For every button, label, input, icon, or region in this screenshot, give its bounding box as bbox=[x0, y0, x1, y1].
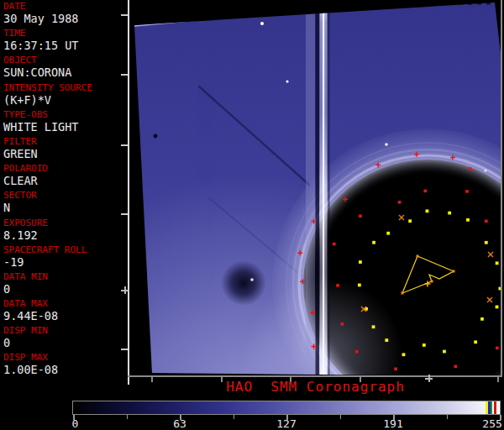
metadata-label: DISP MAX bbox=[3, 353, 126, 362]
image-title: HAO SMM Coronagraph bbox=[129, 380, 502, 395]
metadata-value: 16:37:15 UT bbox=[3, 39, 126, 51]
colorbar-minor-tick bbox=[127, 415, 129, 419]
metadata-value: 1.00E-08 bbox=[3, 364, 126, 375]
marker-dot bbox=[423, 343, 426, 347]
marker-dot bbox=[485, 219, 488, 223]
dark-speck bbox=[154, 134, 158, 139]
marker-dot bbox=[336, 284, 339, 287]
metadata-value: CLEAR bbox=[3, 175, 126, 186]
polygon-vertex-dot bbox=[431, 281, 433, 283]
metadata-label: DATA MIN bbox=[3, 272, 126, 281]
right-axis bbox=[501, 0, 502, 376]
marker-dot bbox=[333, 243, 336, 246]
polygon-vertex-dot bbox=[453, 270, 455, 273]
metadata-value: 30 May 1988 bbox=[3, 13, 126, 24]
bottom-axis bbox=[128, 375, 502, 377]
left-axis bbox=[128, 0, 129, 385]
axis-tick bbox=[121, 349, 128, 350]
polygon-vertex-dot bbox=[402, 292, 404, 295]
metadata-label: DATE bbox=[3, 2, 126, 11]
marker-dot bbox=[372, 325, 375, 328]
colorbar-tick-label: 0 bbox=[71, 418, 78, 429]
metadata-item: DATA MIN0 bbox=[0, 272, 126, 299]
metadata-item: TIME16:37:15 UT bbox=[0, 29, 126, 55]
marker-dot bbox=[443, 350, 446, 354]
marker-dot bbox=[359, 214, 362, 218]
colorbar-tick-label: 63 bbox=[173, 418, 186, 429]
metadata-item: POLAROIDCLEAR bbox=[0, 164, 126, 191]
metadata-value: 0 bbox=[3, 337, 126, 349]
metadata-value: GREEN bbox=[3, 148, 126, 160]
axis-tick bbox=[121, 213, 128, 215]
metadata-item: INTENSITY SOURCE(K+F)*V bbox=[0, 83, 126, 110]
metadata-label: SPACECRAFT ROLL bbox=[3, 245, 126, 254]
metadata-item: SPACECRAFT ROLL-19 bbox=[0, 245, 126, 272]
metadata-label: DISP MIN bbox=[3, 326, 126, 335]
metadata-label: EXPOSURE bbox=[3, 218, 126, 228]
metadata-item: FILTERGREEN bbox=[0, 137, 126, 164]
marker-dot bbox=[480, 317, 484, 321]
metadata-item: DISP MIN0 bbox=[0, 326, 126, 353]
marker-dot bbox=[426, 209, 429, 212]
metadata-value: N bbox=[3, 202, 126, 213]
marker-dot bbox=[485, 241, 488, 244]
white-speck bbox=[260, 22, 264, 25]
marker-dot bbox=[340, 322, 344, 326]
metadata-label: TYPE-OBS bbox=[3, 110, 126, 119]
metadata-label: TIME bbox=[3, 29, 126, 38]
metadata-value: (K+F)*V bbox=[3, 94, 126, 106]
metadata-value: 9.44E-08 bbox=[3, 310, 126, 322]
metadata-value: 8.192 bbox=[3, 229, 126, 241]
metadata-value: 0 bbox=[3, 283, 126, 295]
marker-dot bbox=[355, 350, 359, 354]
metadata-label: OBJECT bbox=[3, 55, 126, 65]
metadata-item: DATE30 May 1988 bbox=[0, 2, 126, 29]
colorbar-minor-tick bbox=[447, 415, 449, 419]
overflow-stripe bbox=[494, 401, 496, 414]
marker-dot bbox=[474, 340, 477, 343]
metadata-panel: DATE30 May 1988TIME16:37:15 UTOBJECTSUN:… bbox=[0, 2, 126, 380]
marker-dot bbox=[398, 201, 402, 204]
marker-dot bbox=[469, 167, 472, 170]
marker-dot bbox=[372, 241, 375, 244]
coronagraph-image[interactable] bbox=[129, 0, 502, 376]
marker-dot bbox=[402, 353, 406, 356]
metadata-item: DATA MAX9.44E-08 bbox=[0, 299, 126, 326]
metadata-label: DATA MAX bbox=[3, 299, 126, 308]
marker-dot bbox=[448, 212, 451, 215]
dark-blob bbox=[221, 260, 266, 306]
metadata-item: TYPE-OBSWHITE LIGHT bbox=[0, 110, 126, 137]
blob-speck bbox=[250, 278, 254, 281]
marker-dot bbox=[386, 232, 390, 235]
metadata-value: SUN:CORONA bbox=[3, 66, 126, 78]
colorbar-tick-label: 255 bbox=[482, 418, 501, 429]
colorbar-minor-tick bbox=[340, 415, 342, 419]
metadata-item: SECTORN bbox=[0, 191, 126, 218]
white-speck bbox=[286, 80, 288, 82]
marker-dot bbox=[496, 261, 499, 265]
metadata-label: FILTER bbox=[3, 137, 126, 146]
marker-dot bbox=[466, 218, 470, 222]
metadata-value: -19 bbox=[3, 256, 126, 268]
marker-dot bbox=[465, 190, 469, 193]
marker-dot bbox=[358, 284, 361, 287]
colorbar: 063127191255 bbox=[72, 401, 501, 415]
metadata-item: OBJECTSUN:CORONA bbox=[0, 55, 126, 82]
marker-dot bbox=[496, 347, 499, 350]
marker-dot bbox=[385, 338, 388, 342]
metadata-label: INTENSITY SOURCE bbox=[3, 83, 126, 92]
colorbar-tick-label: 191 bbox=[383, 418, 402, 429]
sun-center-axis-marker bbox=[121, 286, 129, 294]
axis-tick bbox=[121, 74, 128, 76]
metadata-label: POLAROID bbox=[3, 164, 126, 173]
metadata-label: SECTOR bbox=[3, 191, 126, 200]
metadata-item: DISP MAX1.00E-08 bbox=[0, 353, 126, 380]
axis-tick bbox=[121, 144, 128, 146]
colorbar-minor-tick bbox=[234, 415, 235, 419]
marker-dot bbox=[454, 364, 457, 368]
metadata-item: EXPOSURE8.192 bbox=[0, 218, 126, 245]
polygon-vertex-dot bbox=[417, 255, 419, 258]
marker-dot bbox=[496, 306, 499, 309]
marker-dot bbox=[359, 260, 362, 264]
marker-dot bbox=[408, 219, 412, 223]
